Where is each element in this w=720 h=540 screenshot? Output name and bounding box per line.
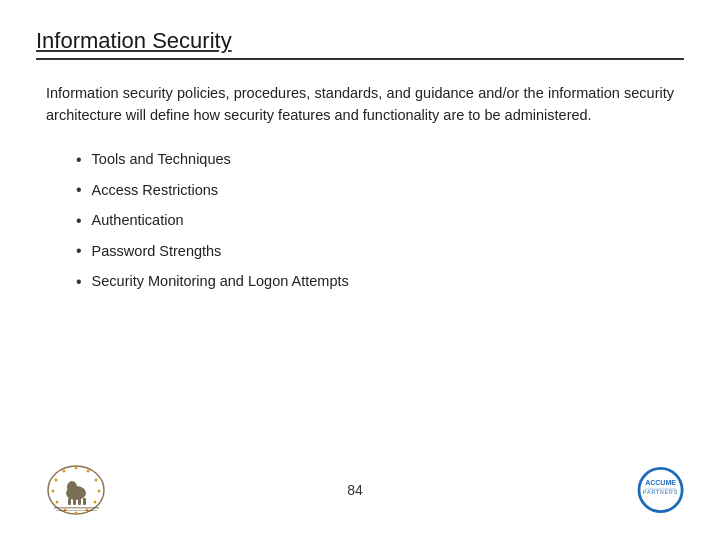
accume-logo-container: ACCUME PARTNERS — [594, 460, 684, 520]
svg-point-14 — [67, 481, 77, 493]
svg-rect-19 — [54, 507, 99, 509]
svg-point-3 — [94, 478, 97, 481]
svg-point-10 — [51, 489, 54, 492]
intro-paragraph: Information security policies, procedure… — [46, 82, 674, 127]
page-number: 84 — [347, 482, 363, 498]
page-title: Information Security — [36, 28, 684, 54]
bullet-item-2: Authentication — [76, 206, 674, 236]
svg-point-1 — [74, 466, 77, 469]
svg-point-12 — [62, 469, 65, 472]
svg-rect-20 — [56, 510, 97, 511]
title-container: Information Security — [36, 28, 684, 60]
bullet-item-0: Tools and Techniques — [76, 145, 674, 175]
bullet-list: Tools and TechniquesAccess RestrictionsA… — [46, 145, 674, 297]
main-content: Information security policies, procedure… — [36, 82, 684, 450]
footer: 84 ACCUME PARTNERS — [36, 450, 684, 520]
svg-rect-16 — [73, 498, 76, 505]
svg-rect-18 — [83, 498, 86, 505]
svg-text:ACCUME: ACCUME — [645, 479, 676, 486]
svg-rect-15 — [68, 498, 71, 505]
svg-text:PARTNERS: PARTNERS — [643, 489, 678, 495]
accume-logo-icon: ACCUME PARTNERS — [609, 461, 684, 519]
svg-point-9 — [55, 500, 58, 503]
slide: Information Security Information securit… — [0, 0, 720, 540]
page-number-container: 84 — [347, 481, 363, 499]
svg-point-7 — [74, 511, 77, 514]
bullet-item-4: Security Monitoring and Logon Attempts — [76, 267, 674, 297]
acii-logo-container — [36, 460, 116, 520]
acii-logo-icon — [44, 463, 109, 518]
svg-point-11 — [54, 478, 57, 481]
bullet-item-3: Password Strengths — [76, 236, 674, 266]
bullet-item-1: Access Restrictions — [76, 175, 674, 205]
svg-rect-17 — [78, 498, 81, 505]
svg-point-5 — [93, 500, 96, 503]
svg-point-4 — [97, 489, 100, 492]
svg-point-2 — [86, 469, 89, 472]
